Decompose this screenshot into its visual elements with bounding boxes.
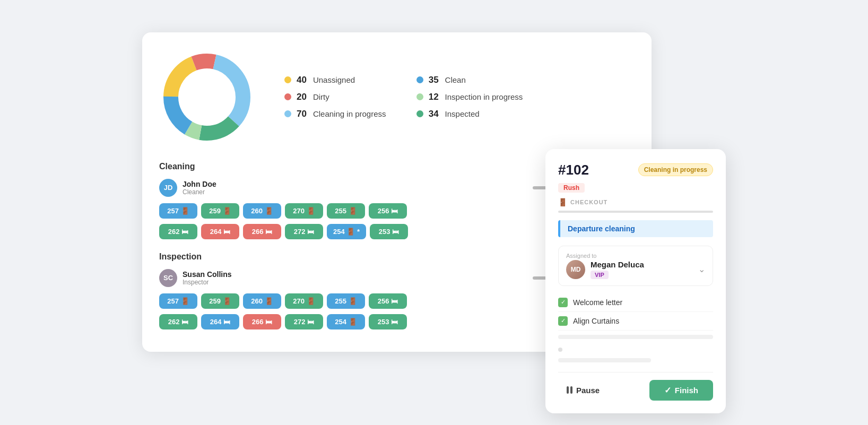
cleaner-role: Cleaner <box>183 188 216 196</box>
room-chip[interactable]: 255 🚪 <box>327 203 365 219</box>
legend-dot-inspection-progress <box>416 93 423 100</box>
room-chip[interactable]: 272 🛏 <box>285 314 323 329</box>
room-chip[interactable]: 254 🚪 * <box>327 224 366 239</box>
cleaner-name: John Doe <box>183 180 216 188</box>
room-chip[interactable]: 264 🛏 <box>201 314 239 329</box>
legend: 40 Unassigned 35 Clean 20 Dirty 12 Inspe… <box>284 75 523 119</box>
status-badge: Cleaning in progress <box>638 163 713 176</box>
room-chip[interactable]: 262 🛏 <box>159 314 197 329</box>
loading-dot-1 <box>558 348 562 352</box>
inspector-avatar: SC <box>159 269 177 287</box>
inspector-role: Inspector <box>183 279 232 286</box>
room-chip[interactable]: 257 🚪 <box>159 293 197 309</box>
chevron-down-icon[interactable]: ⌄ <box>698 264 705 274</box>
room-chip[interactable]: 254 🚪 <box>327 314 365 329</box>
room-chip[interactable]: 255 🚪 <box>327 293 365 309</box>
legend-item-inspection-progress: 12 Inspection in progress <box>416 92 523 102</box>
legend-item-dirty: 20 Dirty <box>284 92 391 102</box>
room-chip[interactable]: 260 🚪 <box>243 203 281 219</box>
checklist-label-welcome: Welcome letter <box>573 298 622 307</box>
legend-dot-cleaning-progress <box>284 110 291 117</box>
room-chip[interactable]: 272 🛏 <box>285 224 323 239</box>
room-chip[interactable]: 257 🚪 <box>159 203 197 219</box>
legend-item-unassigned: 40 Unassigned <box>284 75 391 85</box>
inspector-name: Susan Collins <box>183 270 232 279</box>
pause-icon <box>567 386 572 394</box>
detail-footer: Pause ✓ Finish <box>558 372 713 401</box>
finish-button[interactable]: ✓ Finish <box>649 380 713 401</box>
cleaning-type-label: Departure cleaning <box>558 220 713 237</box>
room-chip[interactable]: 264 🛏 <box>201 224 239 239</box>
donut-chart <box>159 49 255 145</box>
vip-badge: VIP <box>591 271 609 279</box>
legend-item-cleaning-progress: 70 Cleaning in progress <box>284 109 391 119</box>
checkout-label: 🚪 CHECKOUT <box>558 198 713 206</box>
legend-dot-unassigned <box>284 76 291 83</box>
loading-bar-2 <box>558 358 651 362</box>
assigned-name: Megan Deluca <box>591 260 644 269</box>
legend-dot-inspected <box>416 110 423 117</box>
checkout-progress-bar <box>558 211 713 213</box>
checklist-item-welcome: ✓ Welcome letter <box>558 293 713 312</box>
room-chip[interactable]: 253 🛏 <box>369 314 407 329</box>
room-chip[interactable]: 260 🚪 <box>243 293 281 309</box>
checklist-item-curtains: ✓ Align Curtains <box>558 312 713 331</box>
legend-dot-dirty <box>284 93 291 100</box>
assigned-section: Assigned to MD Megan Deluca VIP ⌄ <box>558 246 713 286</box>
checklist-label-curtains: Align Curtains <box>573 317 619 325</box>
legend-item-inspected: 34 Inspected <box>416 109 523 119</box>
detail-header: #102 Cleaning in progress <box>558 162 713 178</box>
rush-badge: Rush <box>558 183 585 193</box>
finish-check-icon: ✓ <box>664 385 671 395</box>
loading-bar-1 <box>558 335 713 339</box>
cleaner-avatar: JD <box>159 179 177 197</box>
room-chip[interactable]: 259 🚪 <box>201 293 239 309</box>
room-chip[interactable]: 266 🛏 <box>243 314 281 329</box>
legend-item-clean: 35 Clean <box>416 75 523 85</box>
room-chip[interactable]: 270 🚪 <box>285 293 323 309</box>
pause-button[interactable]: Pause <box>558 381 608 399</box>
checkbox-curtains[interactable]: ✓ <box>558 316 568 326</box>
room-chip[interactable]: 259 🚪 <box>201 203 239 219</box>
room-chip[interactable]: 262 🛏 <box>159 224 197 239</box>
assigned-row: MD Megan Deluca VIP ⌄ <box>566 260 705 279</box>
assigned-label: Assigned to <box>566 253 705 259</box>
assigned-avatar: MD <box>566 260 585 279</box>
checkbox-welcome[interactable]: ✓ <box>558 298 568 307</box>
room-chip[interactable]: 270 🚪 <box>285 203 323 219</box>
detail-card: #102 Cleaning in progress Rush 🚪 CHECKOU… <box>545 149 726 413</box>
detail-room-number: #102 <box>558 162 589 178</box>
donut-hole <box>186 76 228 118</box>
room-chip[interactable]: 256 🛏 <box>369 293 407 309</box>
room-chip[interactable]: 256 🛏 <box>369 203 407 219</box>
room-chip[interactable]: 266 🛏 <box>243 224 281 239</box>
stats-section: 40 Unassigned 35 Clean 20 Dirty 12 Inspe… <box>159 49 635 145</box>
room-chip[interactable]: 253 🛏 <box>370 224 408 239</box>
legend-dot-clean <box>416 76 423 83</box>
